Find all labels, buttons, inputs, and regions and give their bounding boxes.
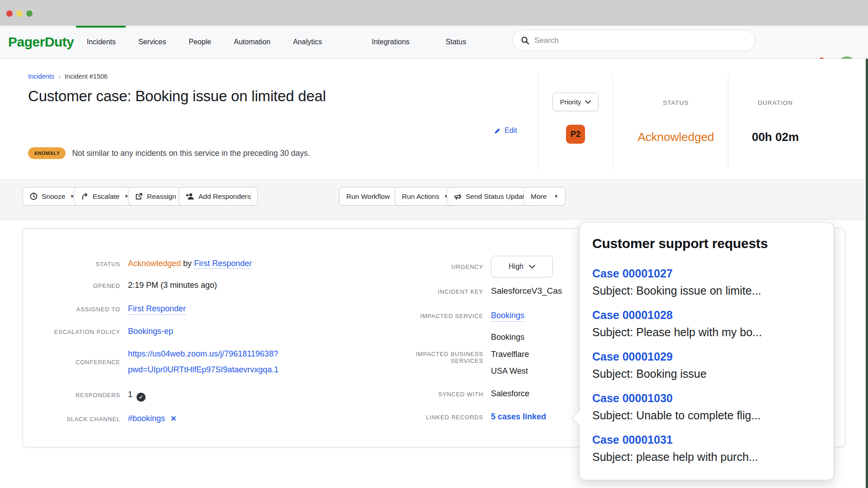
detail-row-escalation-policy: ESCALATION POLICY Bookings-ep	[43, 326, 173, 337]
status-by-text: by	[183, 259, 192, 268]
header-divider	[728, 75, 728, 169]
breadcrumb-incidents-link[interactable]: Incidents	[28, 73, 54, 80]
detail-row-status: STATUS Acknowledged by First Responder	[43, 258, 252, 269]
incident-header: Incidents › Incident #1506 Customer case…	[0, 59, 868, 179]
add-responder-icon	[186, 192, 194, 200]
nav-item-status[interactable]: Status	[446, 26, 466, 58]
nav-item-analytics[interactable]: Analytics	[293, 26, 322, 58]
case-item: Case 00001031 Subject: please help with …	[592, 432, 821, 466]
caret-down-icon: ▼	[554, 194, 558, 199]
synced-with-value: Salesforce	[491, 388, 529, 399]
header-divider	[613, 75, 613, 169]
duration-column-label: DURATION	[730, 99, 821, 106]
more-button[interactable]: More▼	[524, 187, 566, 206]
case-link[interactable]: Case 00001029	[592, 348, 821, 365]
status-assignee-link[interactable]: First Responder	[194, 259, 252, 269]
escalate-button[interactable]: Escalate▼	[74, 187, 136, 206]
snooze-button[interactable]: Snooze▼	[23, 187, 81, 206]
conference-link-line1[interactable]: https://us04web.zoom.us/j/79618119638?	[128, 346, 278, 362]
window-controls	[6, 10, 33, 17]
add-responders-button[interactable]: Add Responders	[179, 187, 258, 206]
detail-row-conference: CONFERENCE https://us04web.zoom.us/j/796…	[43, 346, 278, 378]
action-toolbar: Snooze▼ Escalate▼ Reassign Add Responder…	[0, 179, 868, 220]
detail-row-responders: RESPONDERS 1✓	[43, 389, 146, 402]
popup-title: Customer support requests	[592, 235, 821, 253]
anomaly-badge: ANOMALY	[28, 147, 66, 159]
status-acknowledged-text: Acknowledged	[128, 259, 181, 268]
case-link[interactable]: Case 00001030	[592, 390, 821, 406]
detail-row-incident-key: INCIDENT KEY SalesforceV3_Cas	[406, 286, 562, 296]
nav-item-automation[interactable]: Automation	[234, 26, 270, 58]
detail-row-impacted-service: IMPACTED SERVICE Bookings	[406, 310, 524, 322]
conference-link-line2[interactable]: pwd=UIpr0URTtHlfEp97SI9ataevrvxgqa.1	[128, 362, 278, 378]
search-icon	[521, 36, 529, 45]
case-subject: Subject: Unable to complete flig...	[592, 406, 821, 424]
impacted-service-label: IMPACTED SERVICE	[406, 313, 483, 319]
close-window-button[interactable]	[6, 10, 13, 17]
case-subject: Subject: Booking issue on limite...	[592, 282, 821, 300]
global-search[interactable]	[512, 30, 755, 51]
case-item: Case 00001027 Subject: Booking issue on …	[592, 265, 821, 300]
nav-item-services[interactable]: Services	[138, 26, 166, 58]
window-edge-strip	[866, 59, 868, 488]
case-subject: Subject: Please help with my bo...	[592, 323, 821, 341]
breadcrumb-separator: ›	[58, 72, 61, 80]
minimize-window-button[interactable]	[16, 10, 23, 17]
nav-item-people[interactable]: People	[189, 26, 211, 58]
edit-button[interactable]: Edit	[494, 127, 517, 135]
reassign-icon	[135, 192, 143, 200]
impacted-business-services-label: IMPACTED BUSINESS SERVICES	[406, 351, 483, 364]
megaphone-icon	[454, 193, 462, 200]
assigned-to-link[interactable]: First Responder	[128, 303, 186, 315]
case-item: Case 00001030 Subject: Unable to complet…	[592, 390, 821, 424]
urgency-dropdown[interactable]: High	[491, 256, 553, 277]
detail-row-opened: OPENED 2:19 PM (3 minutes ago)	[43, 280, 217, 291]
send-status-update-button[interactable]: Send Status Update	[447, 187, 536, 206]
impacted-service-link[interactable]: Bookings	[491, 310, 524, 322]
status-label: STATUS	[43, 261, 120, 267]
synced-with-label: SYNCED WITH	[406, 391, 483, 398]
remove-slack-channel-icon[interactable]: ✕	[170, 415, 176, 422]
case-link[interactable]: Case 00001028	[592, 307, 821, 323]
anomaly-row: ANOMALY Not similar to any incidents on …	[28, 147, 310, 159]
linked-records-label: LINKED RECORDS	[406, 414, 483, 421]
maximize-window-button[interactable]	[26, 10, 33, 17]
case-subject: Subject: Booking issue	[592, 365, 821, 383]
top-navbar: PagerDuty Incidents Services People Auto…	[0, 26, 868, 59]
header-divider	[538, 75, 538, 169]
urgency-label: URGENCY	[406, 263, 483, 270]
escalation-policy-link[interactable]: Bookings-ep	[128, 326, 173, 337]
page-title: Customer case: Booking issue on limited …	[28, 88, 326, 105]
window-titlebar	[0, 0, 868, 26]
case-link[interactable]: Case 00001031	[592, 432, 821, 448]
detail-row-synced-with: SYNCED WITH Salesforce	[406, 388, 529, 399]
linked-records-link[interactable]: 5 cases linked	[491, 412, 546, 422]
status-value: Acknowledged	[624, 130, 728, 144]
priority-badge: P2	[566, 125, 585, 144]
nav-item-integrations[interactable]: Integrations	[372, 26, 410, 58]
case-link[interactable]: Case 00001027	[592, 265, 821, 282]
toolbar-divider	[251, 190, 251, 203]
customer-support-requests-popup: Customer support requests Case 00001027 …	[579, 222, 834, 480]
priority-dropdown[interactable]: Priority	[552, 93, 599, 111]
opened-label: OPENED	[43, 282, 120, 289]
reassign-button[interactable]: Reassign	[128, 187, 184, 206]
detail-row-linked-records: LINKED RECORDS 5 cases linked	[406, 412, 546, 422]
responders-label: RESPONDERS	[43, 392, 120, 399]
case-subject: Subject: please help with purch...	[592, 448, 821, 466]
nav-menu: Incidents Services People Automation Ana…	[87, 26, 466, 58]
search-input[interactable]	[534, 36, 747, 45]
nav-item-incidents[interactable]: Incidents	[87, 26, 116, 58]
duration-value: 00h 02m	[730, 130, 821, 144]
case-item: Case 00001028 Subject: Please help with …	[592, 307, 821, 341]
impacted-business-service-item: USA West	[491, 366, 528, 376]
chevron-down-icon	[585, 100, 591, 104]
impacted-business-service-item: Bookings	[491, 332, 524, 343]
pagerduty-logo[interactable]: PagerDuty	[8, 34, 74, 50]
case-item: Case 00001029 Subject: Booking issue	[592, 348, 821, 383]
detail-row-assigned-to: ASSIGNED TO First Responder	[43, 303, 186, 315]
slack-channel-link[interactable]: #bookings	[128, 414, 165, 423]
opened-value: 2:19 PM (3 minutes ago)	[128, 280, 217, 291]
pencil-icon	[494, 127, 501, 134]
anomaly-text: Not similar to any incidents on this ser…	[72, 149, 310, 158]
